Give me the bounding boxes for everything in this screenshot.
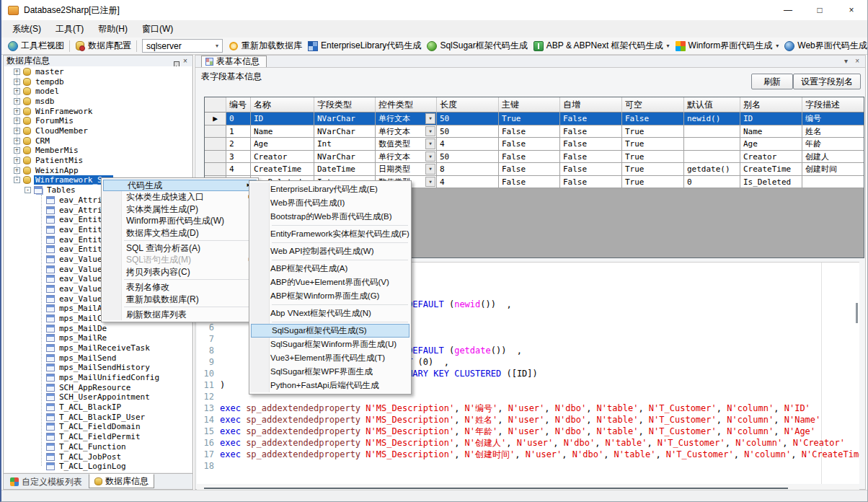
grid-cell[interactable]: False [499, 126, 560, 138]
menubar-item-1[interactable]: 工具(T) [48, 20, 91, 38]
maximize-button-icon[interactable]: □ [804, 0, 836, 20]
menu-item[interactable]: Abp VNext框架代码生成(N) [250, 307, 410, 320]
tree-item[interactable]: eav_Attrib [46, 206, 108, 215]
grid-cell[interactable]: 2 [226, 138, 251, 151]
menu-item[interactable]: 数据库文档生成(D) [102, 227, 257, 239]
close-button-icon[interactable]: × [836, 0, 867, 20]
grid-cell[interactable]: False [499, 176, 560, 189]
grid-column-header[interactable]: 主键 [499, 97, 560, 113]
grid-cell[interactable]: 1 [226, 126, 251, 138]
tab-database-info[interactable]: 数据库信息 [89, 474, 154, 488]
grid-cell[interactable]: False [560, 176, 622, 189]
control-type-combo-cell[interactable]: 日期类型▼ [376, 163, 437, 176]
grid-column-header[interactable]: 别名 [740, 97, 802, 113]
grid-column-header[interactable]: 默认值 [684, 97, 740, 113]
tree-item[interactable]: T_ACL_BlackIP_User [46, 413, 146, 422]
grid-cell[interactable]: getdate() [684, 163, 740, 176]
row-header-cell[interactable] [205, 151, 226, 164]
tree-item[interactable]: +tempdb [14, 77, 66, 87]
grid-cell[interactable]: NVarChar [314, 126, 376, 138]
table-row[interactable]: ▶0IDNVarChar单行文本▼50TrueFalseFalsenewid()… [205, 113, 864, 126]
grid-cell[interactable] [684, 151, 740, 164]
menu-item[interactable]: Bootstrap的Web界面代码生成(B) [250, 210, 410, 224]
menu-item[interactable]: SQL语句生成(M)► [102, 254, 257, 265]
menu-item[interactable]: Vue3+Element界面代码生成(T) [250, 351, 410, 365]
tree-item[interactable]: mps_MailReceiveTask [46, 343, 151, 353]
grid-cell[interactable]: 50 [437, 151, 499, 164]
toolbar-sqlsugar-button[interactable]: SqlSugar框架代码生成 [424, 38, 530, 53]
menu-item[interactable]: SqlSugar框架代码生成(S) [251, 324, 409, 338]
tree-item[interactable]: +msdb [14, 97, 56, 106]
menubar-item-2[interactable]: 帮助(H) [91, 20, 135, 38]
grid-cell[interactable]: 50 [437, 113, 499, 126]
grid-column-header[interactable]: 控件类型 [376, 97, 437, 113]
tree-item[interactable]: T_ACL_JobPost [46, 452, 123, 462]
grid-cell[interactable]: False [560, 126, 622, 138]
menu-item[interactable]: ABP的Vue+Element界面代码(V) [250, 276, 410, 289]
tree-item[interactable]: +model [14, 87, 61, 96]
grid-column-header[interactable]: 字段描述 [802, 97, 864, 113]
tree-item[interactable]: eav_Entity [46, 235, 108, 245]
tree-item[interactable]: eav_Attrib [46, 195, 108, 205]
tree-item[interactable]: eav_Entity [46, 215, 108, 224]
tree-item[interactable]: +CRM [14, 136, 51, 146]
grid-cell[interactable]: True [622, 138, 684, 151]
minimize-button-icon[interactable]: — [772, 0, 804, 20]
row-header-cell[interactable] [205, 163, 226, 176]
grid-cell[interactable]: 3 [226, 151, 251, 164]
menu-item[interactable]: ABP框架代码生成(A) [250, 262, 410, 276]
grid-cell[interactable]: 0 [226, 113, 251, 126]
menu-item[interactable]: EntityFramework实体框架代码生成(F) [250, 227, 410, 241]
grid-cell[interactable] [684, 126, 740, 138]
menu-item[interactable]: 拷贝列表内容(C) [102, 266, 257, 278]
tree-item[interactable]: +ForumMis [14, 116, 75, 126]
row-header-cell[interactable] [205, 126, 226, 138]
tree-item[interactable]: +PatientMis [14, 156, 84, 165]
cell-dropdown-icon[interactable]: ▼ [425, 126, 435, 137]
toolbar-view-button[interactable]: 工具栏视图 [5, 38, 67, 53]
tree-item[interactable]: T_ACL_Function [46, 442, 128, 452]
tree-item[interactable]: mps_MailSend [46, 353, 118, 363]
tree-item[interactable]: T_ACL_BlackIP [46, 402, 123, 412]
grid-cell[interactable]: True [499, 113, 560, 126]
tree-item[interactable]: SCH_AppResource [46, 383, 132, 392]
menu-item[interactable]: 实体类生成快速入口► [102, 191, 257, 203]
collapse-icon[interactable]: - [25, 187, 31, 193]
grid-cell[interactable]: NVarChar [314, 113, 376, 126]
tab-custom-templates[interactable]: 自定义模板列表 [5, 475, 87, 489]
menu-item[interactable]: 重新加载数据库(R) [102, 294, 257, 305]
cell-dropdown-icon[interactable]: ▼ [425, 138, 435, 149]
grid-cell[interactable]: 4 [437, 138, 499, 151]
menu-item[interactable]: Winform界面代码生成(W) [102, 215, 257, 226]
grid-column-header[interactable]: 名称 [251, 97, 314, 113]
grid-cell[interactable]: Creator [740, 151, 802, 164]
set-alias-button[interactable]: 设置字段别名 [793, 74, 861, 89]
tree-item[interactable]: eav_Value_ [46, 255, 108, 264]
chevron-down-icon[interactable]: ▾ [776, 43, 779, 49]
grid-cell[interactable]: Int [314, 138, 376, 151]
grid-cell[interactable]: Age [251, 138, 314, 151]
menu-item[interactable]: 刷新数据库列表 [102, 309, 257, 320]
grid-column-header[interactable]: 编号 [226, 97, 251, 113]
grid-cell[interactable]: False [499, 138, 560, 151]
grid-cell[interactable]: CreateTime [740, 163, 802, 176]
horizontal-scrollbar-thumb[interactable] [204, 488, 788, 489]
control-type-combo-cell[interactable]: 数值类型▼ [376, 138, 437, 151]
tree-item[interactable]: T_ACL_LoginLog [46, 462, 128, 471]
tab-close-icon[interactable]: × [855, 57, 859, 65]
menubar-item-3[interactable]: 窗口(W) [135, 20, 180, 38]
grid-cell[interactable]: Name [740, 126, 802, 138]
grid-cell[interactable]: True [622, 176, 684, 189]
tree-item[interactable]: +WinFramework [14, 107, 94, 116]
tree-item[interactable]: +MemberMis [14, 146, 80, 155]
table-row[interactable]: 3CreatorNVarChar单行文本▼50FalseFalseTrueCre… [205, 151, 864, 164]
menu-item[interactable]: 代码生成► [103, 180, 257, 191]
current-row-indicator[interactable]: ▶ [205, 113, 226, 126]
grid-column-header[interactable]: 可空 [622, 97, 684, 113]
panel-close-icon[interactable]: × [181, 57, 190, 66]
grid-cell[interactable]: 姓名 [802, 126, 864, 138]
tree-item[interactable]: eav_Value_ [46, 274, 108, 283]
grid-cell[interactable]: ID [251, 113, 314, 126]
grid-cell[interactable]: 4 [437, 176, 499, 189]
grid-cell[interactable]: 创建人 [802, 151, 864, 164]
